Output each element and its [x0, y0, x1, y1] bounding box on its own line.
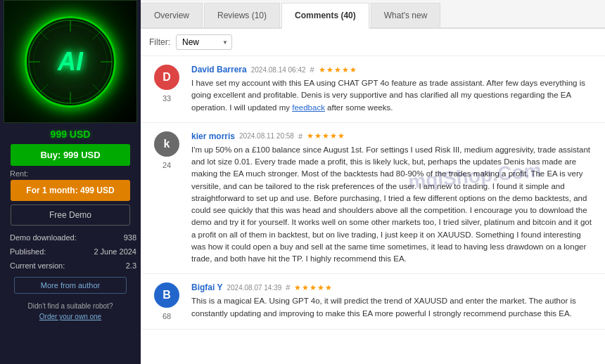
svg-line-8	[92, 32, 100, 39]
avatar-col-1: D 33	[149, 65, 184, 114]
rent-label: Rent:	[10, 169, 28, 178]
review-hash-1: #	[310, 65, 314, 74]
svg-line-9	[40, 84, 48, 91]
review-header-3: Bigfai Y 2024.08.07 14:39 # ★★★★★	[191, 282, 597, 292]
feedback-link[interactable]: feedback	[292, 103, 325, 112]
filter-select[interactable]: New Old Top	[176, 34, 232, 50]
didnt-find-text: Didn't find a suitable robot? Order your…	[28, 301, 113, 322]
order-own-link[interactable]: Order your own one	[39, 313, 101, 320]
svg-line-6	[40, 32, 48, 39]
review-hash-3: #	[286, 283, 290, 292]
product-image: AI	[4, 0, 137, 123]
review-text-1: I have set my account with this EA using…	[191, 77, 597, 114]
buy-button[interactable]: Buy: 999 USD	[11, 144, 130, 166]
content-wrapper: mqlShop.Com mqlShop.com D 33 David Barre…	[141, 56, 605, 364]
tab-comments[interactable]: Comments (40)	[281, 3, 369, 29]
version-value: 2.3	[126, 259, 136, 273]
published-value: 2 June 2024	[94, 245, 136, 259]
review-item-2: k 24 kier morris 2024.08.11 20:58 # ★★★★…	[141, 123, 605, 275]
review-item-3: B 68 Bigfai Y 2024.08.07 14:39 # ★★★★★ T…	[141, 274, 605, 330]
vote-3: 68	[163, 312, 171, 320]
avatar-3: B	[154, 282, 179, 308]
ai-logo: AI	[25, 16, 116, 108]
review-header-2: kier morris 2024.08.11 20:58 # ★★★★★	[191, 131, 597, 141]
downloaded-value: 938	[124, 231, 136, 245]
reviews-list: D 33 David Barrera 2024.08.14 06:42 # ★★…	[141, 56, 605, 364]
review-body-1: David Barrera 2024.08.14 06:42 # ★★★★★ I…	[191, 65, 597, 114]
review-body-3: Bigfai Y 2024.08.07 14:39 # ★★★★★ This i…	[191, 282, 597, 320]
avatar-1: D	[154, 65, 179, 90]
filter-row: Filter: New Old Top	[141, 29, 605, 56]
tabs-bar: Overview Reviews (10) Comments (40) What…	[141, 0, 605, 29]
avatar-col-3: B 68	[149, 282, 184, 320]
published-label: Published:	[10, 245, 46, 259]
reviewer-name-3: Bigfai Y	[191, 282, 222, 292]
review-date-1: 2024.08.14 06:42	[251, 66, 306, 74]
filter-wrapper: New Old Top	[176, 34, 232, 50]
stars-1: ★★★★★	[319, 65, 357, 74]
review-body-2: kier morris 2024.08.11 20:58 # ★★★★★ I'm…	[191, 131, 597, 266]
review-date-3: 2024.08.07 14:39	[227, 284, 281, 292]
meta-info: Demo downloaded: 938 Published: 2 June 2…	[10, 231, 136, 273]
stars-3: ★★★★★	[294, 283, 333, 292]
vote-1: 33	[163, 94, 171, 103]
sidebar: AI 999 USD Buy: 999 USD Rent: For 1 mont…	[0, 0, 141, 364]
tab-whats-new[interactable]: What's new	[371, 3, 441, 27]
filter-label: Filter:	[149, 37, 170, 47]
review-date-2: 2024.08.11 20:58	[239, 132, 294, 140]
review-item: D 33 David Barrera 2024.08.14 06:42 # ★★…	[141, 56, 605, 123]
reviewer-name-2: kier morris	[191, 131, 235, 141]
vote-2: 24	[163, 161, 171, 169]
tab-overview[interactable]: Overview	[141, 3, 203, 27]
svg-line-7	[92, 84, 100, 91]
review-hash-2: #	[298, 132, 302, 141]
downloaded-label: Demo downloaded:	[10, 231, 77, 245]
product-price: 999 USD	[51, 129, 91, 140]
avatar-col-2: k 24	[149, 131, 184, 266]
review-text-2: I'm up 50% on a £100 balance since Augus…	[191, 144, 597, 266]
free-demo-button[interactable]: Free Demo	[11, 204, 130, 226]
avatar-2: k	[154, 131, 179, 157]
tab-reviews[interactable]: Reviews (10)	[204, 3, 280, 27]
review-header-1: David Barrera 2024.08.14 06:42 # ★★★★★	[191, 65, 597, 74]
review-text-3: This is a magical EA. Using GPT 4o, it w…	[191, 295, 597, 320]
reviewer-name-1: David Barrera	[191, 65, 247, 74]
rent-button[interactable]: For 1 month: 499 USD	[11, 180, 130, 201]
version-label: Current version:	[10, 259, 65, 273]
more-from-author-button[interactable]: More from author	[14, 277, 127, 294]
stars-2: ★★★★★	[307, 131, 345, 141]
main-content: Overview Reviews (10) Comments (40) What…	[141, 0, 605, 364]
